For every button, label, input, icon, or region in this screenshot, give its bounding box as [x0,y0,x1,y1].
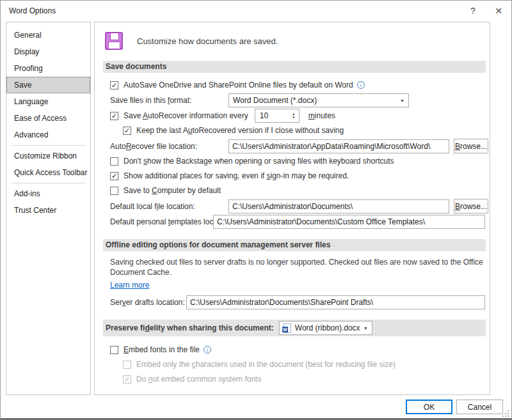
learn-more-link[interactable]: Learn more [110,281,149,290]
additional-places-row[interactable]: Show additional places for saving, even … [110,169,486,182]
save-format-value: Word Document (*.docx) [233,96,317,105]
titlebar[interactable]: Word Options ? ✕ [1,1,511,21]
autosave-row[interactable]: AutoSave OneDrive and SharePoint Online … [110,79,486,91]
autorecover-location-input[interactable]: C:\Users\Administrator\AppData\Roaming\M… [228,139,449,153]
server-drafts-input[interactable]: C:\Users\Administrator\Documents\SharePo… [186,295,485,309]
sidebar-item-language[interactable]: Language [6,93,90,110]
embed-characters-checkbox [123,361,131,369]
save-format-select[interactable]: Word Document (*.docx) ▼ [228,93,409,107]
default-local-label: Default local file location: [110,202,228,211]
minutes-label: minutes [308,111,335,120]
autorecover-location-row: AutoRecover file location: C:\Users\Admi… [110,139,486,153]
system-fonts-label: Do not embed common system fonts [136,375,261,384]
save-format-label: Save files in this format: [110,96,228,105]
server-drafts-row: Server drafts location: C:\Users\Adminis… [110,295,486,309]
page-header: Customize how documents are saved. [105,31,486,51]
keep-autorecovered-checkbox[interactable] [123,127,131,135]
save-format-row: Save files in this format: Word Document… [110,93,486,107]
minutes-stepper[interactable]: 10 ▲ ▼ [255,109,300,123]
additional-places-checkbox[interactable] [110,172,118,180]
sidebar-separator [12,183,86,183]
page-caption: Customize how documents are saved. [137,36,278,46]
section-preserve-fidelity: Preserve fidelity when sharing this docu… [103,320,486,336]
sidebar-item-quick-access-toolbar[interactable]: Quick Access Toolbar [6,164,90,181]
system-fonts-checkbox [123,375,131,384]
sidebar-item-advanced[interactable]: Advanced [6,127,90,143]
autosave-label[interactable]: AutoSave OneDrive and SharePoint Online … [124,81,353,89]
help-icon[interactable]: ? [460,1,486,20]
sidebar-item-add-ins[interactable]: Add-ins [6,185,90,202]
autorecover-checkbox[interactable] [110,112,118,120]
backstage-row[interactable]: Don't show the Backstage when opening or… [110,155,486,167]
info-icon[interactable]: i [204,346,211,354]
save-to-computer-row[interactable]: Save to Computer by default [110,184,486,197]
stepper-down-icon[interactable]: ▼ [292,116,295,119]
autorecover-interval-row[interactable]: Save AutoRecover information every 10 ▲ … [110,109,486,123]
sidebar-item-trust-center[interactable]: Trust Center [6,202,90,219]
section-offline-editing: Offline editing options for document man… [103,239,486,251]
close-icon[interactable]: ✕ [486,1,511,20]
autosave-checkbox[interactable] [110,81,118,89]
embed-fonts-label[interactable]: Embed fonts in the file [124,345,200,354]
chevron-down-icon[interactable]: ▼ [400,98,404,103]
system-fonts-row: Do not embed common system fonts [123,373,486,385]
sidebar: GeneralDisplayProofingSaveLanguageEase o… [6,22,91,395]
embed-fonts-row[interactable]: Embed fonts in the file i [110,343,486,356]
save-floppy-icon [105,32,123,50]
fidelity-document-value: Word (ribbon).docx [295,323,360,332]
server-drafts-label: Server drafts location: [110,298,186,307]
sidebar-item-save[interactable]: Save [6,77,90,93]
save-to-computer-label[interactable]: Save to Computer by default [124,186,221,195]
offline-description: Saving checked out files to server draft… [110,257,486,277]
word-document-icon: W [284,323,291,333]
backstage-label[interactable]: Don't show the Backstage when opening or… [124,157,394,166]
preserve-fidelity-label: Preserve fidelity when sharing this docu… [106,323,274,332]
section-save-documents: Save documents [103,61,486,73]
save-to-computer-checkbox[interactable] [110,187,118,195]
sidebar-item-proofing[interactable]: Proofing [6,60,90,77]
sidebar-item-display[interactable]: Display [6,43,90,60]
cancel-button[interactable]: Cancel [456,400,503,414]
window-title: Word Options [9,6,56,15]
sidebar-item-general[interactable]: General [6,27,90,43]
default-local-input[interactable]: C:\Users\Administrator\Documents\ [228,199,449,214]
embed-characters-label: Embed only the characters used in the do… [136,360,396,369]
stepper-arrows[interactable]: ▲ ▼ [289,113,299,119]
templates-location-input[interactable]: C:\Users\Administrator\Documents\Custom … [213,215,485,229]
fidelity-document-select[interactable]: W Word (ribbon).docx ▼ [279,321,372,335]
embed-characters-row: Embed only the characters used in the do… [123,358,486,371]
dialog-footer: OK Cancel [406,400,503,414]
keep-autorecovered-row[interactable]: Keep the last AutoRecovered version if I… [123,124,486,137]
templates-location-label: Default personal templates location: [110,217,213,226]
keep-autorecovered-label[interactable]: Keep the last AutoRecovered version if I… [136,126,344,135]
chevron-down-icon[interactable]: ▼ [364,326,368,331]
templates-location-row: Default personal templates location: C:\… [110,215,486,229]
sidebar-separator [12,145,86,146]
browse-button[interactable]: Browse... [454,139,488,153]
sidebar-item-customize-ribbon[interactable]: Customize Ribbon [6,148,90,164]
content-panel: Customize how documents are saved. Save … [94,22,490,395]
sidebar-list: GeneralDisplayProofingSaveLanguageEase o… [6,27,90,219]
default-local-row: Default local file location: C:\Users\Ad… [110,199,486,214]
word-options-dialog: Word Options ? ✕ GeneralDisplayProofingS… [0,0,512,420]
autorecover-location-label: AutoRecover file location: [110,142,228,151]
ok-button[interactable]: OK [406,400,452,414]
browse-button[interactable]: Browse... [454,199,488,214]
autorecover-label[interactable]: Save AutoRecover information every [124,111,248,120]
info-icon[interactable]: i [357,81,365,89]
additional-places-label[interactable]: Show additional places for saving, even … [124,171,349,180]
resize-grip[interactable] [502,410,509,417]
backstage-checkbox[interactable] [110,157,118,166]
sidebar-item-ease-of-access[interactable]: Ease of Access [6,110,90,127]
minutes-value[interactable]: 10 [255,111,289,120]
embed-fonts-checkbox[interactable] [110,346,118,354]
